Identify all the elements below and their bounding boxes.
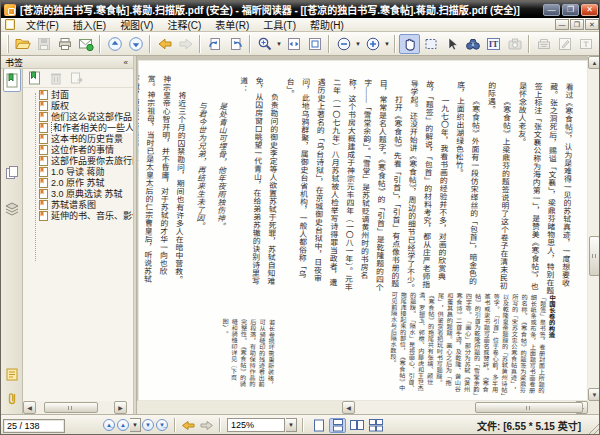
- pencil-button[interactable]: [554, 34, 575, 54]
- paragraph: 《寒食帖》上梁鼎芬的题签说明了这个卷子在清末民初的际遇。: [479, 81, 514, 296]
- scrollbar-thumb[interactable]: [475, 402, 583, 413]
- bookmark-item[interactable]: 封面: [31, 89, 133, 100]
- minimize-button[interactable]: —: [543, 4, 560, 16]
- continuous-facing-layout-button[interactable]: [367, 418, 384, 433]
- bookmark-item[interactable]: 这位作者的事情: [31, 144, 133, 155]
- zoom-level-dropdown[interactable]: ▼: [286, 418, 297, 432]
- arrow-tool-button[interactable]: [441, 34, 462, 54]
- scrollbar-track[interactable]: [355, 401, 575, 414]
- maximize-button[interactable]: ❐: [562, 4, 579, 16]
- prev-view-icon: [207, 36, 223, 52]
- last-page-button[interactable]: ▼̲: [156, 419, 168, 431]
- scroll-right-button[interactable]: ▶: [114, 401, 127, 414]
- collapse-panel-button[interactable]: «: [122, 58, 130, 67]
- page-up-button[interactable]: [104, 34, 125, 54]
- note-comment-button[interactable]: [596, 34, 600, 54]
- menu-insert[interactable]: 插入(E): [66, 16, 113, 33]
- page-number-dropdown[interactable]: ▼: [130, 418, 141, 432]
- bookmark-page-icon: [39, 189, 48, 199]
- bookmarks-tab[interactable]: [3, 68, 21, 92]
- zoom-level-input[interactable]: [227, 418, 285, 432]
- comments-tab[interactable]: [3, 362, 21, 386]
- typewriter-button[interactable]: [533, 34, 554, 54]
- text-select-button[interactable]: IT: [483, 34, 504, 54]
- bookmark-item[interactable]: 1.0 导读 蒋勋: [31, 166, 133, 177]
- first-page-button[interactable]: ▲̲: [103, 419, 115, 431]
- scrollbar-thumb[interactable]: [44, 402, 98, 413]
- panel-title: 书签: [5, 56, 23, 69]
- camera-icon: [507, 36, 523, 52]
- scroll-up-button[interactable]: ▲: [588, 56, 600, 69]
- poem-line: 是处青山可埋骨，他年夜雨独伤神。: [211, 76, 231, 290]
- scroll-left-button[interactable]: ◀: [342, 401, 355, 414]
- email-button[interactable]: [75, 34, 96, 54]
- previous-page-button[interactable]: ▲: [117, 419, 129, 431]
- menu-file[interactable]: 文件(F): [19, 16, 66, 33]
- zoom-out-button[interactable]: [333, 34, 354, 54]
- bookmark-options-button[interactable]: [69, 71, 84, 86]
- menu-tools[interactable]: 工具(T): [256, 16, 303, 33]
- pencil-icon: [557, 36, 573, 52]
- forward-button[interactable]: [175, 34, 196, 54]
- fit-page-button[interactable]: [304, 34, 325, 54]
- menu-view[interactable]: 视图(V): [113, 16, 160, 33]
- zoom-out-dropdown[interactable]: ▼: [354, 34, 362, 54]
- child-close-button[interactable]: ✕: [585, 19, 599, 30]
- continuous-layout-button[interactable]: [329, 418, 346, 433]
- panel-toolbar: [23, 69, 133, 88]
- page-number-input[interactable]: [3, 419, 65, 433]
- facing-layout-button[interactable]: [348, 418, 365, 433]
- back-button[interactable]: [154, 34, 175, 54]
- page-down-button[interactable]: [125, 34, 146, 54]
- zoom-tool-dropdown[interactable]: ▼: [275, 34, 283, 54]
- find-button[interactable]: [462, 34, 483, 54]
- toolbar-separator: [328, 35, 330, 53]
- bookmark-item[interactable]: 这本书的历史背景: [31, 133, 133, 144]
- delete-bookmark-button[interactable]: [48, 71, 63, 86]
- menu-help[interactable]: 帮助(H): [303, 16, 351, 33]
- save-button[interactable]: [33, 34, 54, 54]
- page-up-icon: [107, 36, 123, 52]
- bookmark-item[interactable]: 苏轼谱系图: [31, 199, 133, 210]
- scroll-left-button[interactable]: ◀: [23, 401, 36, 414]
- zoom-in-button[interactable]: [362, 34, 383, 54]
- status-separator: [219, 418, 221, 432]
- child-minimize-button[interactable]: —: [555, 19, 569, 30]
- scroll-down-button[interactable]: ▼: [588, 388, 600, 401]
- open-button[interactable]: [12, 34, 33, 54]
- select-tool-button[interactable]: [420, 34, 441, 54]
- child-restore-button[interactable]: ❐: [570, 19, 584, 30]
- bookmark-item[interactable]: 他们这么说这部作品: [31, 111, 133, 122]
- bookmark-item[interactable]: 版权: [31, 100, 133, 111]
- textbox-button[interactable]: [575, 34, 596, 54]
- menu-comment[interactable]: 注释(C): [160, 16, 208, 33]
- bookmark-item[interactable]: 3.0 原典选读 苏轼: [31, 188, 133, 199]
- prev-view-button[interactable]: [204, 34, 225, 54]
- print-button[interactable]: [54, 34, 75, 54]
- forward-view-button[interactable]: [199, 419, 214, 432]
- next-page-button[interactable]: ▼: [142, 419, 154, 431]
- next-view-button[interactable]: [225, 34, 246, 54]
- back-view-button[interactable]: [181, 419, 196, 432]
- snapshot-button[interactable]: [504, 34, 525, 54]
- hand-tool-button[interactable]: [399, 34, 420, 54]
- bookmark-item-selected[interactable]: 和作者相关的一些人: [31, 122, 133, 133]
- zoom-tool-button[interactable]: [254, 34, 275, 54]
- open-folder-icon: [15, 36, 31, 52]
- toolbar-separator: [199, 35, 201, 53]
- single-page-layout-button[interactable]: [310, 418, 327, 433]
- scrollbar-thumb[interactable]: [589, 236, 600, 276]
- pages-tab[interactable]: [3, 160, 21, 184]
- bookmark-item[interactable]: 2.0 原作 苏轼: [31, 177, 133, 188]
- close-button[interactable]: ✕: [581, 4, 598, 16]
- menu-form[interactable]: 表单(R): [208, 16, 256, 33]
- fit-width-button[interactable]: [283, 34, 304, 54]
- bookmark-item[interactable]: 这部作品要你去旅行的: [31, 155, 133, 166]
- attachments-tab[interactable]: [3, 386, 21, 410]
- layers-tab[interactable]: [3, 196, 21, 220]
- zoom-in-dropdown[interactable]: ▼: [383, 34, 391, 54]
- expand-bookmark-button[interactable]: [27, 71, 42, 86]
- scrollbar-track[interactable]: [36, 401, 114, 414]
- bookmark-item[interactable]: 延伸的书、音乐、影像: [31, 210, 133, 221]
- resize-grip[interactable]: [588, 422, 600, 434]
